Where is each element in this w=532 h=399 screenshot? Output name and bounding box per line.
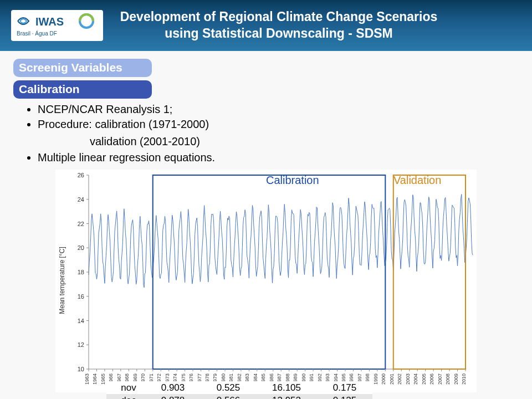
svg-text:14: 14 [78, 318, 84, 324]
svg-text:Mean temperature [°C]: Mean temperature [°C] [58, 247, 66, 314]
temperature-chart: Mean temperature [°C] 101214161820222426… [55, 170, 477, 392]
svg-text:2000: 2000 [381, 374, 386, 385]
svg-text:18: 18 [78, 269, 84, 275]
bullet-list-2: Multiple linear regression equations. [13, 150, 519, 165]
main-content: Screenig Variables Calibration NCEP/NCAR… [0, 51, 532, 392]
svg-text:IWAS: IWAS [35, 16, 64, 28]
svg-text:10: 10 [78, 366, 84, 372]
chart-svg: Mean temperature [°C] 101214161820222426… [55, 170, 477, 392]
svg-text:2004: 2004 [413, 374, 418, 385]
svg-text:26: 26 [78, 172, 84, 178]
cell-month: nov [106, 382, 145, 393]
stats-table-fragment: nov 0.903 0.525 16.105 0.175 dec 0.878 0… [106, 381, 372, 399]
svg-text:20: 20 [78, 244, 84, 251]
svg-text:2002: 2002 [397, 374, 402, 385]
tag-calibration: Calibration [13, 80, 152, 99]
svg-text:2006: 2006 [429, 374, 434, 385]
title-line-2: using Statistical Downscaling - SDSM [165, 26, 393, 40]
table-row: nov 0.903 0.525 16.105 0.175 [106, 381, 372, 394]
cell-b: 0.525 [201, 382, 256, 393]
svg-text:1964: 1964 [92, 374, 98, 385]
svg-text:2008: 2008 [445, 374, 451, 385]
svg-text:2003: 2003 [405, 374, 411, 385]
svg-text:1963: 1963 [84, 374, 90, 385]
cell-c: 16.105 [256, 382, 317, 393]
bullet-list: NCEP/NCAR Reanalysis 1; Procedure: calib… [13, 102, 519, 132]
svg-text:2009: 2009 [453, 374, 459, 385]
cell-d: 0.125 [317, 395, 372, 400]
bullet-procedure: Procedure: calibration (1971-2000) [38, 117, 519, 132]
calibration-label: Calibration [266, 174, 319, 187]
cell-b: 0.566 [201, 395, 256, 400]
cell-month: dec [106, 395, 145, 400]
validation-label: Validation [393, 174, 441, 187]
iwas-logo-icon: IWAS Brasil · Água DF [16, 12, 99, 39]
svg-text:22: 22 [78, 221, 84, 227]
cell-d: 0.175 [317, 382, 372, 393]
logo-block: IWAS Brasil · Água DF [11, 10, 103, 41]
cell-c: 13.952 [256, 395, 317, 400]
svg-text:12: 12 [78, 341, 84, 348]
svg-text:16: 16 [78, 293, 84, 300]
page-title: Development of Regional Climate Change S… [103, 9, 521, 42]
bullet-validation-sub: validation (2001-2010) [13, 135, 519, 148]
tag-screening: Screenig Variables [13, 59, 152, 77]
tag-row-screening: Screenig Variables [13, 59, 519, 77]
tag-row-calibration: Calibration [13, 80, 519, 99]
svg-text:2010: 2010 [461, 374, 467, 385]
svg-text:1965: 1965 [100, 374, 106, 385]
svg-text:2007: 2007 [437, 374, 443, 385]
svg-text:2001: 2001 [389, 374, 395, 385]
svg-text:1999: 1999 [373, 374, 378, 385]
cell-a: 0.878 [145, 395, 201, 400]
svg-text:2005: 2005 [421, 374, 427, 385]
svg-text:Brasil · Água DF: Brasil · Água DF [17, 30, 57, 37]
table-row: dec 0.878 0.566 13.952 0.125 [106, 394, 372, 399]
title-line-1: Development of Regional Climate Change S… [120, 9, 438, 24]
bullet-mlr: Multiple linear regression equations. [38, 150, 519, 165]
svg-text:24: 24 [78, 196, 84, 203]
bullet-ncep: NCEP/NCAR Reanalysis 1; [38, 102, 519, 117]
cell-a: 0.903 [145, 382, 201, 393]
svg-rect-6 [153, 175, 386, 369]
app-header: IWAS Brasil · Água DF Development of Reg… [0, 0, 532, 51]
